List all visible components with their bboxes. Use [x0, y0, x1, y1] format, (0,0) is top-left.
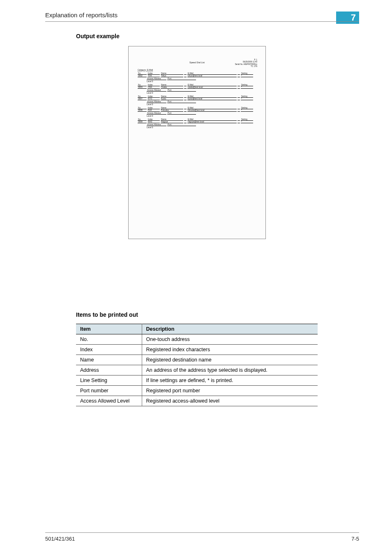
report-cell [184, 77, 187, 77]
report-cell: Nagoya [161, 121, 183, 123]
table-row: AddressAn address of the address type se… [76, 365, 318, 375]
report-cell: 0007 [138, 98, 147, 100]
report-cell: Kyoto [161, 98, 183, 100]
report-cell: * [241, 75, 253, 77]
desc-cell: If line settings are defined, * is print… [142, 375, 318, 386]
report-cell [238, 123, 240, 123]
report-entry: NoIndexNameE-MailSetting0002TOKTokyotoky… [138, 72, 256, 83]
report-entry: NoIndexNameE-MailSetting0008FUKFukuokafu… [138, 107, 256, 117]
report-sub-access: Access Allowed [147, 89, 166, 92]
item-cell: No. [76, 334, 142, 345]
report-head-cell [238, 120, 240, 121]
report-cell: 0009 [138, 121, 147, 123]
report-head-cell [184, 109, 187, 109]
report-cell [238, 100, 240, 100]
report-cell: * [241, 98, 253, 100]
desc-cell: One-touch address [142, 334, 318, 345]
desc-cell: Registered access-allowed level [142, 396, 318, 406]
report-tc: TC: 276 [235, 65, 257, 67]
report-entry: NoIndexNameE-MailSetting0007KYOKyotokyot… [138, 95, 256, 106]
report-cell: * [241, 109, 253, 112]
report-cell: KYO [148, 98, 160, 100]
table-row: IndexRegistered index characters [76, 345, 318, 355]
item-cell: Address [76, 365, 142, 375]
items-table: Item Description No.One-touch addressInd… [76, 324, 318, 406]
footer-rule [45, 532, 359, 533]
chapter-badge: 7 [336, 12, 359, 24]
item-cell: Access Allowed Level [76, 396, 142, 406]
report-cell: OSA [148, 86, 160, 89]
table-row: Port numberRegistered port number [76, 386, 318, 396]
report-level: Level 0 [147, 104, 256, 106]
items-col-item: Item [76, 324, 142, 334]
page-header: Explanation of reports/lists 7 [45, 12, 351, 24]
report-entry: NoIndexNameE-MailSetting0003OSAOsakaosak… [138, 84, 256, 94]
report-cell: * [241, 86, 253, 89]
report-cell: 0002 [138, 75, 147, 77]
report-preview: P. 1 06/25/2009 11:40 Serial No. A0EP007… [128, 46, 266, 239]
header-title: Explanation of reports/lists [45, 12, 118, 18]
report-entry: NoIndexNameE-MailSetting0009NAGNagoyanag… [138, 118, 256, 129]
desc-cell: Registered index characters [142, 345, 318, 355]
section-output-example: Output example [76, 33, 120, 39]
items-col-desc: Description [142, 324, 318, 334]
header-rule [45, 21, 359, 22]
report-head-cell [238, 97, 240, 98]
desc-cell: An address of the address type selected … [142, 365, 318, 375]
report-sub-access: Access Allowed [147, 124, 166, 126]
report-entries: NoIndexNameE-MailSetting0002TOKTokyotoky… [138, 72, 256, 129]
report-cell [184, 88, 187, 89]
report-cell [184, 100, 187, 100]
report-sub-port: Port: [167, 101, 196, 103]
table-row: NameRegistered destination name [76, 355, 318, 365]
report-sub-access: Access Allowed [147, 101, 166, 103]
report-cell: osaka@test.local [187, 86, 237, 89]
report-level: Level 0 [147, 92, 256, 94]
report-sub-access: Access Allowed [147, 112, 166, 115]
report-cell [238, 77, 240, 77]
report-level: Level 0 [147, 81, 256, 83]
report-cell [184, 123, 187, 123]
table-row: Line SettingIf line settings are defined… [76, 375, 318, 386]
report-head-cell [238, 109, 240, 109]
items-table-header-row: Item Description [76, 324, 318, 334]
desc-cell: Registered destination name [142, 355, 318, 365]
report-level: Level 0 [147, 127, 256, 129]
report-cell: fukuoka@test.local [187, 109, 237, 112]
report-cell: tokyo@test.local [187, 75, 237, 77]
report-meta: P. 1 06/25/2009 11:40 Serial No. A0EP007… [235, 59, 257, 68]
report-sub-port: Port: [167, 78, 196, 80]
report-head-cell [184, 97, 187, 98]
report-sub-port: Port: [167, 89, 196, 92]
report-cell: TOK [148, 75, 160, 77]
report-cell: 0003 [138, 86, 147, 89]
report-cell: nagoya@test.local [187, 121, 237, 123]
footer-left: 501/421/361 [45, 536, 75, 542]
footer-right: 7-5 [351, 536, 359, 542]
report-cell: kyoto@test.local [187, 98, 237, 100]
report-head-cell [238, 86, 240, 86]
report-cell [184, 111, 187, 112]
report-head-cell [184, 86, 187, 86]
item-cell: Index [76, 345, 142, 355]
report-level: Level 0 [147, 115, 256, 117]
item-cell: Name [76, 355, 142, 365]
table-row: Access Allowed LevelRegistered access-al… [76, 396, 318, 406]
report-cell [238, 88, 240, 89]
report-cell: NAG [148, 121, 160, 123]
report-sub-access: Access Allowed [147, 78, 166, 80]
item-cell: Port number [76, 386, 142, 396]
table-row: No.One-touch address [76, 334, 318, 345]
report-head-cell [184, 74, 187, 75]
report-head-cell [184, 120, 187, 121]
report-cell: * [241, 121, 253, 123]
report-category: Category: E-Mail [138, 69, 256, 71]
report-cell: Tokyo [161, 75, 183, 77]
report-cell: Fukuoka [161, 109, 183, 112]
report-head-cell [238, 74, 240, 75]
chapter-badge-wrap: 7 [336, 12, 359, 24]
report-sub-port: Port: [167, 124, 196, 126]
report-sub-port: Port: [167, 112, 196, 115]
report-cell: 0008 [138, 109, 147, 112]
item-cell: Line Setting [76, 375, 142, 386]
